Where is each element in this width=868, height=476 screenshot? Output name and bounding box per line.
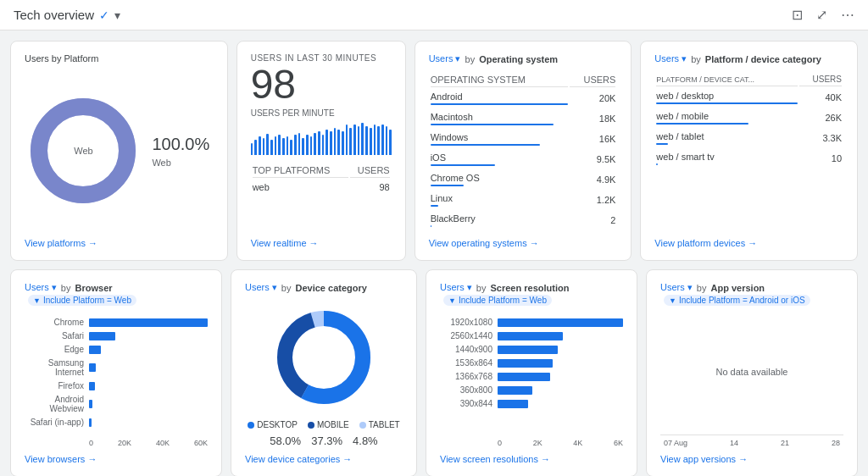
top-row: Users by Platform Web 100.0% Web View pl… (10, 41, 858, 261)
os-cell: Linux (431, 191, 568, 209)
pdev-users-col-header: USERS (799, 73, 842, 86)
mini-bar-item (290, 140, 292, 155)
screen-filter-label: Include Platform = Web (459, 296, 547, 305)
realtime-big-number: 98 (251, 64, 392, 105)
users-cell: 18K (570, 109, 616, 128)
screen-label: 390x844 (440, 399, 492, 408)
mobile-legend: MOBILE (308, 420, 349, 429)
axis-label: 14 (730, 439, 738, 447)
screen-bar-fill (498, 386, 532, 395)
view-browsers-link[interactable]: View browsers → (25, 447, 208, 464)
users-cell: 9.5K (570, 150, 616, 169)
check-icon: ✓ (99, 8, 109, 22)
app-filter-label: Include Platform = Android or iOS (679, 296, 805, 305)
mini-bar-item (374, 125, 376, 155)
desktop-legend: DESKTOP (248, 420, 298, 429)
os-cell: Windows (431, 130, 568, 148)
donut-chart: Web (28, 96, 138, 206)
mini-bar-item (275, 136, 277, 155)
browser-filter-badge[interactable]: ▼ Include Platform = Web (28, 295, 136, 306)
browser-filter-label: Include Platform = Web (43, 296, 131, 305)
donut-center-label: Web (74, 146, 92, 156)
card-device-title-row: Users ▾ by Device category (245, 282, 403, 293)
card-users-by-platform: Users by Platform Web 100.0% Web View pl… (10, 41, 228, 261)
screen-bar-track (498, 346, 623, 354)
device-users-dropdown[interactable]: Users ▾ (245, 282, 277, 293)
os-cell: Chrome OS (431, 170, 568, 189)
mobile-legend-label: MOBILE (317, 420, 349, 429)
screen-filter-icon: ▼ (448, 296, 456, 305)
mini-bar-item (326, 130, 328, 155)
users-cell: 3.3K (799, 129, 842, 147)
mini-bar-item (310, 136, 313, 155)
card-screen-resolution: Users ▾ by Screen resolution ▼ Include P… (426, 269, 637, 476)
view-screen-link[interactable]: View screen resolutions → (440, 447, 623, 464)
view-os-link[interactable]: View operating systems → (429, 231, 618, 248)
mini-bar-item (365, 126, 368, 155)
os-cell: iOS (431, 150, 568, 169)
os-col-header: OPERATING SYSTEM (431, 73, 568, 87)
browser-bar-chart: Chrome Safari Edge Samsung Internet Fire… (25, 318, 208, 432)
screen-bar-track (498, 386, 623, 395)
card-os-title-row: Users ▾ by Operating system (429, 53, 618, 64)
desktop-pct: 58.0% (270, 434, 301, 447)
platform-pct: 100.0% (152, 135, 209, 154)
header: Tech overview ✓ ▾ ⊡ ⤢ ⋯ (0, 0, 868, 30)
card-pdev-title-row: Users ▾ by Platform / device category (654, 53, 843, 64)
view-device-link[interactable]: View device categories → (245, 447, 403, 464)
mini-bar-item (337, 130, 340, 155)
table-row: Macintosh18K (431, 109, 616, 128)
mini-bar-item (259, 136, 261, 155)
page-title: Tech overview (14, 8, 94, 22)
tablet-pct: 4.8% (353, 434, 378, 447)
share-icon[interactable]: ⤢ (816, 7, 827, 23)
browser-users-dropdown[interactable]: Users ▾ (25, 282, 57, 293)
browser-label: Edge (25, 345, 84, 354)
view-app-link[interactable]: View app versions → (660, 447, 843, 464)
users-cell: 16K (570, 130, 616, 148)
list-item: 2560x1440 (440, 331, 623, 340)
app-users-dropdown[interactable]: Users ▾ (660, 282, 693, 293)
platform-chart-area: Web 100.0% Web (25, 70, 214, 231)
view-realtime-link[interactable]: View realtime → (251, 231, 392, 248)
more-icon[interactable]: ⋯ (841, 7, 854, 23)
view-platforms-link[interactable]: View platforms → (25, 231, 214, 248)
axis-label: 20K (118, 439, 131, 447)
users-cell: 10 (799, 149, 842, 168)
per-minute-label: USERS PER MINUTE (251, 108, 392, 118)
axis-label: 28 (832, 439, 840, 447)
list-item: Chrome (25, 318, 208, 327)
app-filter-badge[interactable]: ▼ Include Platform = Android or iOS (664, 295, 810, 306)
platform-cell: web / tablet (656, 129, 798, 147)
browser-bar-fill (89, 418, 92, 427)
users-dropdown[interactable]: Users ▾ (429, 53, 461, 64)
card-platform-device: Users ▾ by Platform / device category PL… (640, 41, 858, 261)
save-icon[interactable]: ⊡ (792, 7, 803, 23)
browser-bar-fill (89, 363, 96, 372)
top-platforms-table: TOP PLATFORMS USERS web98 (251, 162, 392, 196)
mini-bar-item (342, 131, 344, 155)
browser-axis: 020K40K60K (25, 439, 208, 447)
app-by-label: by (694, 283, 709, 293)
mini-bar-item (381, 125, 384, 155)
platform-cell: web / desktop (656, 88, 798, 107)
mini-bar-item (287, 136, 289, 155)
browser-bar-track (89, 346, 208, 354)
chevron-down-icon[interactable]: ▾ (114, 8, 120, 22)
screen-title: Screen resolution (491, 283, 570, 293)
browser-label: Chrome (25, 318, 84, 327)
tablet-pct-item: 4.8% (353, 434, 378, 447)
screen-users-dropdown[interactable]: Users ▾ (440, 282, 472, 293)
screen-filter-badge[interactable]: ▼ Include Platform = Web (443, 295, 552, 306)
mini-bar-item (322, 135, 325, 155)
browser-bar-fill (89, 318, 208, 327)
users-cell: 98 (350, 180, 390, 195)
pdev-by-label: by (688, 54, 704, 64)
axis-label: 2K (533, 439, 542, 447)
view-pdev-link[interactable]: View platform devices → (654, 231, 843, 248)
dashboard: Users by Platform Web 100.0% Web View pl… (0, 30, 868, 476)
browser-bar-fill (89, 382, 95, 390)
mini-bar-item (377, 126, 380, 155)
screen-label: 2560x1440 (440, 331, 492, 340)
pdev-users-dropdown[interactable]: Users ▾ (654, 53, 687, 64)
